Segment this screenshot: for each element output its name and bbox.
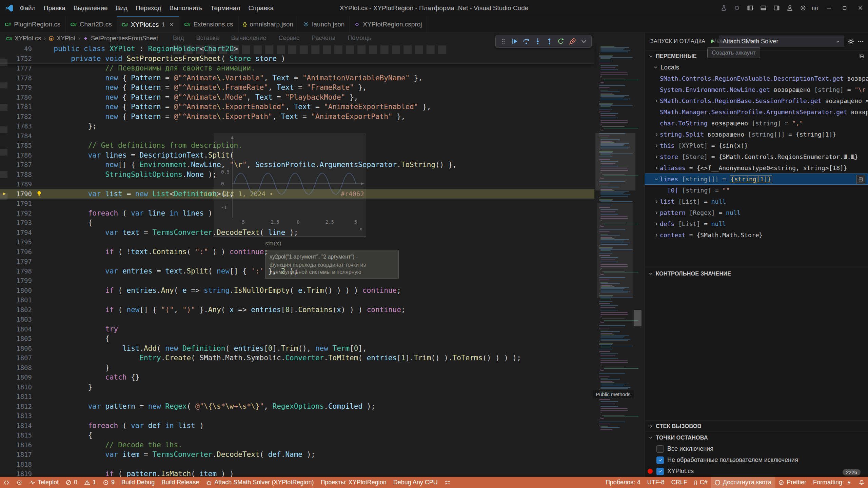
breakpoint-margin[interactable] [0, 179, 9, 189]
menu-item[interactable]: Справка [244, 0, 278, 16]
line-number[interactable]: 1806 [9, 344, 32, 353]
task-build-release[interactable]: Build Release [158, 477, 202, 488]
gear-icon[interactable] [800, 5, 806, 11]
tab-chart2d-cs[interactable]: C#Chart2D.cs [66, 16, 117, 33]
breakpoint-margin[interactable] [0, 131, 9, 141]
tab-launch-json[interactable]: launch.json [298, 16, 350, 33]
line-number[interactable]: 1778 [9, 73, 32, 83]
close-button[interactable] [852, 0, 868, 16]
line-number[interactable]: 1813 [9, 411, 32, 421]
code-line[interactable]: 1783 }; [0, 121, 594, 131]
variable-row[interactable]: list [List] = null [645, 196, 868, 207]
chevron-right-icon[interactable] [653, 233, 660, 238]
code-line[interactable]: 1792 foreach ( var line in lines ) [0, 208, 594, 218]
code-line[interactable]: 1794 var text = TermsConverter.DecodeTex… [0, 228, 594, 238]
code-line[interactable]: 1784 [0, 131, 594, 141]
line-number[interactable]: 1798 [9, 266, 32, 276]
debug-config-select[interactable]: Attach SMath Solver [719, 36, 844, 47]
menu-item[interactable]: Файл [16, 0, 40, 16]
breakpoint-margin[interactable] [0, 314, 9, 324]
menu-item[interactable]: Вид [112, 0, 132, 16]
menu-item[interactable]: Терминал [206, 0, 244, 16]
section-watch[interactable]: КОНТРОЛЬНОЕ ЗНАЧЕНИЕ [645, 268, 868, 279]
code-line[interactable]: 1802 if ( new[] { "(", ")" }.Any( x => e… [0, 305, 594, 315]
layout-bottom-icon[interactable] [760, 5, 767, 11]
menu-item[interactable]: Переход [132, 0, 165, 16]
breakpoint-checkbox[interactable] [656, 445, 664, 453]
target-indicator[interactable] [13, 477, 26, 488]
line-number[interactable]: 1781 [9, 102, 32, 112]
menu-item[interactable]: Выполнить [165, 0, 206, 16]
breadcrumb-item[interactable]: XYPlot [48, 35, 75, 42]
problems-errors[interactable]: 0 [62, 477, 81, 488]
code-text[interactable]: var text = TermsConverter.DecodeText( li… [37, 228, 298, 238]
chevron-right-icon[interactable] [653, 199, 660, 204]
breakpoint-margin[interactable] [0, 430, 9, 440]
line-number[interactable]: 1801 [9, 295, 32, 305]
line-number[interactable]: 1782 [9, 112, 32, 122]
menu-item[interactable]: Правка [40, 0, 70, 16]
line-number[interactable]: 1777 [9, 63, 32, 73]
breakpoint-margin[interactable] [0, 73, 9, 83]
breakpoint-margin[interactable] [0, 150, 9, 160]
code-text[interactable]: }; [37, 121, 97, 131]
code-line[interactable]: 1791 [0, 199, 594, 208]
code-line[interactable]: 1789 [0, 179, 594, 189]
breakpoint-margin[interactable] [0, 440, 9, 450]
more-actions-icon[interactable] [857, 38, 864, 45]
breakpoint-margin[interactable] [0, 208, 9, 218]
variable-row[interactable]: lines [string[]] = {string[1]} [645, 174, 868, 185]
breakpoint-margin[interactable] [0, 83, 9, 93]
code-text[interactable]: if ( entries.Any( e => string.IsNullOrEm… [37, 286, 401, 296]
code-text[interactable]: Entry.Create( SMath.Math.Symbolic.Conver… [37, 353, 521, 363]
breakpoint-margin[interactable] [0, 141, 9, 150]
line-number[interactable]: 1810 [9, 382, 32, 392]
code-line[interactable]: 1780 new { Pattern = @"^Animate\.Mode", … [0, 93, 594, 102]
breakpoint-margin[interactable] [0, 411, 9, 421]
tab-xyplotregion-csproj[interactable]: XYPlotRegion.csproj [350, 16, 427, 33]
breakpoint-margin[interactable] [0, 295, 9, 305]
code-line[interactable]: 1793 { [0, 218, 594, 228]
code-text[interactable]: foreach ( var line in lines ) [37, 208, 212, 218]
code-line[interactable]: 1806 list.Add( new Definition( entries[0… [0, 344, 594, 353]
code-line[interactable]: 1803 [0, 314, 594, 324]
line-number[interactable]: 1779 [9, 83, 32, 93]
chevron-right-icon[interactable] [653, 166, 660, 170]
line-number[interactable]: 1816 [9, 440, 32, 450]
variable-row[interactable]: aliases = {<>f__AnonymousType0<string, s… [645, 162, 868, 174]
line-number[interactable]: 1783 [9, 121, 32, 131]
variable-row[interactable]: char.ToString возвращено [string] = "," [645, 118, 868, 129]
restart-icon[interactable] [556, 36, 566, 46]
variable-row[interactable]: [0] [string] = "" [645, 185, 868, 196]
breakpoint-margin[interactable] [0, 392, 9, 402]
line-number[interactable]: 1818 [9, 460, 32, 469]
line-number[interactable]: 1800 [9, 286, 32, 296]
line-number[interactable]: 1796 [9, 247, 32, 257]
code-line[interactable]: 1779 new { Pattern = @"^Animate\.FrameRa… [0, 83, 594, 93]
code-line[interactable]: 1811 [0, 392, 594, 402]
code-line[interactable]: 1797 [0, 257, 594, 266]
line-number[interactable]: 1807 [9, 353, 32, 363]
line-number[interactable]: 49 [9, 44, 32, 54]
section-callstack[interactable]: СТЕК ВЫЗОВОВ [645, 420, 868, 432]
eol[interactable]: CRLF [668, 477, 691, 488]
code-line[interactable]: 1781 new { Pattern = @"^Animate\.ExportE… [0, 102, 594, 112]
breakpoint-margin[interactable] [0, 247, 9, 257]
code-text[interactable]: if ( pattern.IsMatch( item ) ) [37, 469, 234, 477]
line-number[interactable]: 1817 [9, 450, 32, 460]
code-line[interactable]: 1813 [0, 411, 594, 421]
code-line[interactable]: 1809 catch {} [0, 372, 594, 382]
code-line[interactable]: 1818 [0, 460, 594, 469]
code-line[interactable]: 1798 var entries = text.Split( new[] { '… [0, 266, 594, 276]
code-text[interactable]: private void SetPropertiesFromSheet( Sto… [37, 54, 285, 64]
line-number[interactable]: 1791 [9, 199, 32, 208]
code-text[interactable]: new[] { Environment.NewLine, "\r", Sessi… [37, 160, 457, 170]
code-text[interactable]: if ( new[] { "(", ")" }.Any( x => entrie… [37, 305, 406, 315]
line-number[interactable]: 1787 [9, 160, 32, 170]
code-line[interactable]: 1786 var lines = DescriptionText.Split( [0, 150, 594, 160]
tab-extensions-cs[interactable]: C#Extensions.cs [179, 16, 238, 33]
code-line[interactable]: 1804 try [0, 324, 594, 334]
breakpoint-margin[interactable] [0, 218, 9, 228]
code-text[interactable]: var pattern = new Regex( @"\{\s*\w+\s*\}… [37, 402, 375, 411]
code-line[interactable]: 1785 // Get definitions from description… [0, 141, 594, 150]
